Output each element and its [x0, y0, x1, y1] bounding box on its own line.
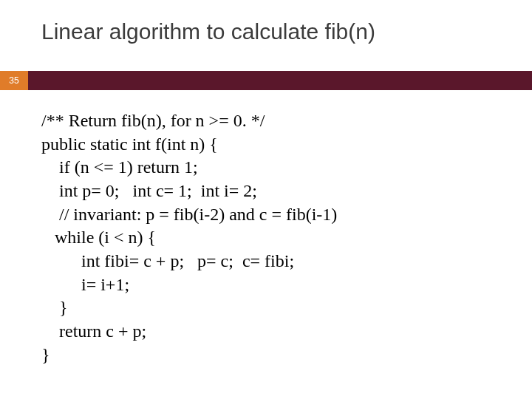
code-line: public static int f(int n) { [41, 134, 218, 154]
code-line: return c + p; [41, 321, 146, 341]
slide: Linear algorithm to calculate fib(n) 35 … [0, 0, 532, 399]
code-line: if (n <= 1) return 1; [41, 157, 198, 177]
slide-title: Linear algorithm to calculate fib(n) [41, 19, 375, 44]
code-line: int p= 0; int c= 1; int i= 2; [41, 181, 257, 200]
code-line: while (i < n) { [41, 228, 156, 247]
code-line: i= i+1; [41, 275, 129, 294]
code-line: } [41, 298, 68, 317]
header-band: 35 [0, 71, 532, 90]
code-line: // invariant: p = fib(i-2) and c = fib(i… [41, 205, 337, 224]
code-line: int fibi= c + p; p= c; c= fibi; [41, 251, 294, 270]
code-block: /** Return fib(n), for n >= 0. */ public… [41, 109, 337, 366]
code-line: /** Return fib(n), for n >= 0. */ [41, 111, 265, 130]
header-bar [28, 71, 532, 90]
slide-number-box: 35 [0, 71, 28, 90]
code-line: } [41, 345, 50, 364]
